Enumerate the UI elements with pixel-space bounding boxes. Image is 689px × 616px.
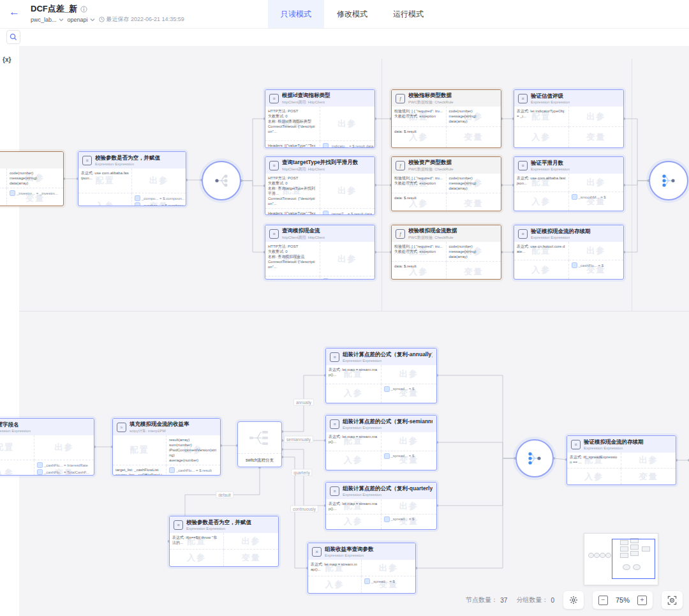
fanin-node[interactable] (515, 439, 554, 477)
node-body: 配置出参result(array) sum(number) iPwdCompon… (113, 435, 220, 476)
quadrant-watermark: 出参 (362, 560, 415, 576)
flow-node-http[interactable]: ≡查询模拟现金流httpClient调用: HttpClient配置HTTP方法… (265, 225, 375, 280)
flow-node-expr[interactable]: ≡校验参数是否为空，并赋值Expression Expression配置表达式:… (78, 151, 186, 206)
chevron-down-icon (90, 18, 95, 22)
settings-button[interactable] (563, 591, 584, 609)
flow-node-check[interactable]: ƒ配置出参code(number) message(string) data(a… (0, 151, 64, 206)
node-header: ≡根据id查询指标类型httpClient调用: HttpClient (265, 90, 374, 107)
flow-node-expr[interactable]: ≡验证模拟现金流的存续期Expression Expression配置表达式: … (567, 435, 676, 485)
flow-node-check[interactable]: ƒ校验模拟现金流数据PWC数据校验: CheckRule配置校验规则: [ { … (391, 225, 501, 280)
flow-node-expr[interactable]: ≡校验参数是否为空，并赋值Expression Expression配置表达式:… (169, 516, 279, 567)
node-config-text: 表达式: let map = stream.map()... (311, 562, 359, 572)
node-body: 配置Rate =...出参入参变量_cashFlo... = InterestR… (0, 435, 94, 476)
node-config-text: 校验规则: [ { "required": tru... 失败处理方式: exc… (394, 176, 443, 186)
node-vars-cell: 变量 (447, 127, 501, 147)
node-vars-cell: 变量 (447, 193, 501, 211)
quadrant-watermark: 入参 (567, 469, 621, 485)
node-body: 配置表达式: let map = stream.map()...出参入参变量_s… (308, 560, 415, 593)
minimap-viewport[interactable] (612, 539, 655, 579)
flow-node-expr[interactable]: ≡验证平滑月数Expression Expression配置表达式: use c… (514, 156, 624, 211)
node-header-text: 校验资产类型数据PWC数据校验: CheckRule (408, 159, 454, 172)
node-title: 查询targetType并找到平滑月数 (282, 159, 358, 167)
node-title: 查询模拟现金流 (282, 227, 325, 235)
search-button[interactable] (6, 30, 20, 44)
fanout-icon (213, 174, 230, 188)
info-icon[interactable] (80, 6, 87, 13)
node-subtitle: Expression Expression (0, 429, 31, 433)
variable-assignment: _targetT... = $.result.data (323, 211, 373, 215)
node-title: 校验参数是否为空，并赋值 (186, 519, 251, 527)
flow-node-expr[interactable]: ≡设置字段名Expression Expression配置Rate =...出参… (0, 418, 94, 476)
flow-node-check[interactable]: ƒ校验指标类型数据PWC数据校验: CheckRule配置校验规则: [ { "… (391, 89, 501, 148)
quadrant-watermark: 出参 (569, 107, 624, 126)
node-config-text: Headers: [{"valueType":"Text","h... Path… (268, 143, 317, 148)
quadrant-watermark: 出参 (569, 242, 624, 260)
node-subtitle: PWC数据校验: CheckRule (408, 167, 454, 172)
node-header: ≡查询targetType并找到平滑月数httpClient调用: HttpCl… (265, 157, 374, 174)
flow-node-check[interactable]: ƒ校验资产类型数据PWC数据校验: CheckRule配置校验规则: [ { "… (391, 156, 501, 211)
node-body: 配置表达式: let map = stream.map()...出参入参变量_s… (326, 499, 436, 529)
node-body: 配置校验规则: [ { "required": tru... 失败处理方式: e… (392, 107, 501, 147)
tab-edit-mode[interactable]: 修改模式 (324, 0, 380, 28)
service-select[interactable]: openapi (68, 17, 95, 23)
flow-node-scipy[interactable]: ≈填充模拟现金流的收益率scipy计算: interp1PW配置出参result… (112, 418, 221, 476)
quadrant-watermark: 变量 (224, 550, 278, 566)
workspace-select[interactable]: pwc_lab... (31, 17, 64, 23)
tab-readonly-mode[interactable]: 只读模式 (268, 0, 324, 28)
flow-node-expr[interactable]: ≡组装计算点差的公式（复利-annually）Expression Expres… (325, 348, 437, 403)
node-input-cell: 入参Headers: [{"valueType":"Text","h... Pa… (265, 141, 320, 148)
fanin-node[interactable] (649, 161, 688, 200)
node-config-text: data: $.result (394, 264, 443, 269)
node-config-text: Headers: [{"valueType":"Text","h... Path… (268, 278, 317, 280)
back-button[interactable]: ← (9, 6, 20, 19)
fit-view-button[interactable] (662, 591, 683, 609)
node-vars-cell: 变量_spread... = $ (382, 515, 437, 530)
node-header: ≡组装计算点差的公式（复利-semiannually）Expression Ex… (326, 416, 436, 432)
flow-node-expr[interactable]: ≡组装收益率查询参数Expression Expression配置表达式: le… (307, 543, 416, 594)
fanout-node[interactable] (202, 161, 241, 200)
quadrant-watermark: 入参 (326, 451, 381, 470)
node-header: ≡验证平滑月数Expression Expression (514, 157, 623, 174)
node-config-text: 校验规则: [ { "required": tru... 失败处理方式: exc… (394, 244, 443, 254)
node-title: 校验模拟现金流数据 (408, 227, 457, 235)
node-title: 组装计算点差的公式（复利-quarterly） (343, 485, 433, 493)
flow-node-http[interactable]: ≡查询targetType并找到平滑月数httpClient调用: HttpCl… (265, 156, 375, 215)
flow-node-expr[interactable]: ≡验证估值评级Expression Expression配置表达式: let i… (514, 89, 624, 148)
node-input-cell: 入参 (308, 576, 362, 593)
node-header: ƒ校验模拟现金流数据PWC数据校验: CheckRule (392, 225, 501, 242)
variable-assignment-text: _cashFlo... = $.result (176, 469, 212, 472)
node-input-cell: 入参 (514, 127, 569, 147)
node-subtitle: PWC数据校验: CheckRule (408, 235, 457, 241)
node-config-text: 表达式: if(_spreadExpression == ... (570, 454, 618, 465)
zoom-out-button[interactable]: − (598, 596, 608, 605)
flow-node-http[interactable]: ≡根据id查询指标类型httpClient调用: HttpClient配置HTT… (265, 89, 375, 148)
node-header: ≈填充模拟现金流的收益率scipy计算: interp1PW (113, 419, 220, 435)
node-output-cell: 出参 (382, 365, 437, 384)
node-input-cell: 入参 (326, 384, 382, 403)
node-header-text: 设置字段名Expression Expression (0, 421, 31, 433)
zoom-in-button[interactable]: + (637, 596, 647, 605)
service-label: openapi (68, 17, 88, 23)
variable-assignment: _cashFlo... = $.result (169, 467, 218, 473)
node-config-cell: 配置 (0, 169, 7, 188)
node-title: 组装计算点差的公式（复利-semiannually） (343, 418, 433, 426)
node-config-cell: 配置表达式: use com.alibaba.fastjson... (78, 169, 132, 193)
node-header: ≡设置字段名Expression Expression (0, 419, 94, 435)
tab-run-mode[interactable]: 运行模式 (380, 0, 436, 28)
node-header-text: 填充模拟现金流的收益率scipy计算: interp1PW (130, 421, 189, 434)
switch-node-label: switch流程分支 (238, 454, 281, 467)
switch-node[interactable]: switch流程分支 (237, 421, 282, 467)
flow-canvas[interactable]: {x} ƒ配置出参code(number) message(string) da… (0, 46, 689, 616)
minimap[interactable] (584, 533, 658, 585)
variable-chip-icon (572, 262, 577, 268)
node-body: 配置表达式: if(n==$){ throw "非法的...出参入参变量 (170, 533, 278, 566)
variable-chip-icon (323, 211, 329, 215)
node-config-text: code(number) message(string) data(array) (449, 244, 499, 259)
node-config-cell: 配置表达式: let indicatorTypeObj = _i... (514, 107, 569, 127)
flow-node-expr[interactable]: ≡组装计算点差的公式（复利-semiannually）Expression Ex… (325, 415, 437, 470)
flow-node-expr[interactable]: ≡验证模拟现金流的存续期Expression Expression配置表达式: … (514, 225, 624, 280)
node-input-cell: 入参 (78, 193, 132, 206)
flow-node-expr[interactable]: ≡组装计算点差的公式（复利-quarterly）Expression Expre… (325, 482, 437, 530)
node-input-cell: 入参data: $.result (392, 193, 447, 211)
quadrant-watermark: 变量 (569, 127, 624, 147)
